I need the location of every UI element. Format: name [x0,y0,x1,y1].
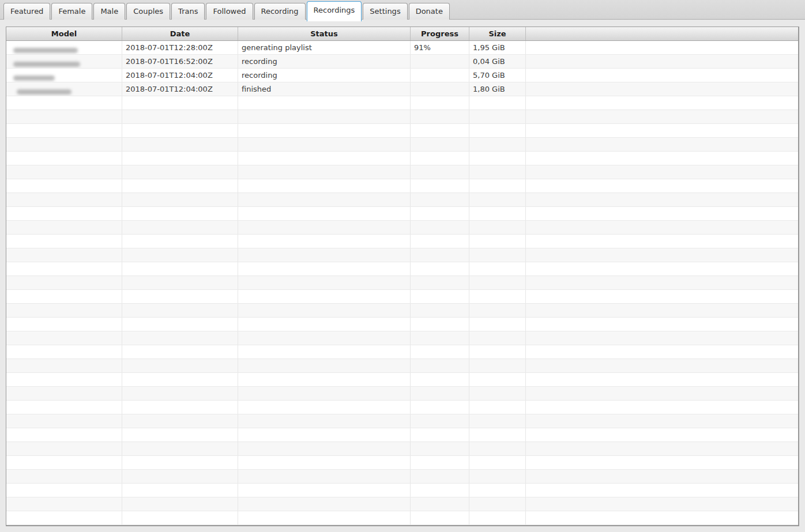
cell-blank [469,401,526,414]
cell-blank [238,96,411,110]
column-header-progress[interactable]: Progress [411,27,469,40]
tab-recording[interactable]: Recording [254,3,306,20]
table-row-empty[interactable] [6,152,798,165]
cell-blank [526,456,798,469]
table-row-empty[interactable] [6,401,798,414]
table-row-empty[interactable] [6,221,798,235]
cell-blank [411,276,469,289]
table-row-empty[interactable] [6,165,798,179]
cell-blank [122,290,238,303]
cell-date: 2018-07-01T12:04:00Z [122,69,238,82]
cell-blank [526,484,798,497]
redacted-model-name [13,62,80,67]
table-row[interactable]: 2018-07-01T12:28:00Z generating playlist… [6,41,798,55]
redacted-model-name [13,76,55,81]
table-row-empty[interactable] [6,456,798,470]
tab-bar: Featured Female Male Couples Trans Follo… [3,0,450,20]
tab-female[interactable]: Female [51,3,92,20]
table-row[interactable]: 2018-07-01T16:52:00Z recording 0,04 GiB [6,55,798,69]
cell-blank [6,193,122,206]
table-row-empty[interactable] [6,428,798,442]
table-row-empty[interactable] [6,345,798,359]
table-row-empty[interactable] [6,248,798,262]
cell-blank [469,193,526,206]
column-header-status[interactable]: Status [238,27,411,40]
cell-blank [122,235,238,248]
tab-male[interactable]: Male [93,3,125,20]
column-header-model[interactable]: Model [6,27,122,40]
cell-blank [122,262,238,276]
cell-blank [122,331,238,345]
table-row[interactable]: 2018-07-01T12:04:00Z recording 5,70 GiB [6,69,798,82]
cell-blank [122,110,238,123]
cell-blank [238,235,411,248]
table-row-empty[interactable] [6,318,798,331]
cell-blank [526,69,798,82]
cell-blank [6,138,122,151]
cell-blank [122,179,238,193]
cell-blank [122,373,238,386]
table-row-empty[interactable] [6,387,798,401]
cell-blank [238,359,411,372]
cell-blank [469,179,526,193]
cell-blank [469,497,526,511]
cell-blank [469,387,526,400]
tab-donate[interactable]: Donate [409,3,450,20]
cell-progress [411,69,469,82]
cell-blank [238,179,411,193]
cell-status: recording [238,69,411,82]
table-row-empty[interactable] [6,262,798,276]
cell-date: 2018-07-01T12:04:00Z [122,82,238,96]
cell-blank [469,221,526,234]
tab-trans[interactable]: Trans [171,3,205,20]
cell-blank [122,387,238,400]
tab-recordings[interactable]: Recordings [307,1,362,21]
table-row-empty[interactable] [6,124,798,138]
table-row-empty[interactable] [6,207,798,221]
table-row-empty[interactable] [6,373,798,387]
cell-blank [469,152,526,165]
table-row-empty[interactable] [6,497,798,511]
cell-blank [6,221,122,234]
cell-blank [238,373,411,386]
tab-featured[interactable]: Featured [3,3,50,20]
table-row-empty[interactable] [6,96,798,110]
column-header-date[interactable]: Date [122,27,238,40]
table-row-empty[interactable] [6,276,798,290]
table-row-empty[interactable] [6,511,798,525]
table-row-empty[interactable] [6,235,798,248]
cell-blank [469,138,526,151]
table-row-empty[interactable] [6,414,798,428]
cell-blank [238,110,411,123]
table-row-empty[interactable] [6,331,798,345]
table-row-empty[interactable] [6,470,798,484]
cell-blank [526,345,798,359]
cell-blank [411,497,469,511]
cell-blank [411,96,469,110]
cell-blank [6,124,122,137]
table-row[interactable]: 2018-07-01T12:04:00Z finished 1,80 GiB [6,82,798,96]
cell-blank [411,359,469,372]
table-row-empty[interactable] [6,484,798,497]
table-row-empty[interactable] [6,110,798,124]
column-header-size[interactable]: Size [469,27,526,40]
table-row-empty[interactable] [6,193,798,207]
tab-settings[interactable]: Settings [363,3,407,20]
cell-blank [469,318,526,331]
cell-status: recording [238,55,411,68]
cell-blank [469,428,526,442]
cell-blank [411,387,469,400]
table-row-empty[interactable] [6,179,798,193]
cell-blank [526,497,798,511]
table-row-empty[interactable] [6,359,798,373]
tab-followed[interactable]: Followed [206,3,253,20]
tab-couples[interactable]: Couples [126,3,170,20]
table-row-empty[interactable] [6,304,798,318]
table-row-empty[interactable] [6,138,798,152]
cell-blank [238,124,411,137]
cell-blank [411,290,469,303]
table-row-empty[interactable] [6,442,798,456]
cell-blank [526,373,798,386]
table-row-empty[interactable] [6,290,798,304]
cell-blank [411,470,469,483]
